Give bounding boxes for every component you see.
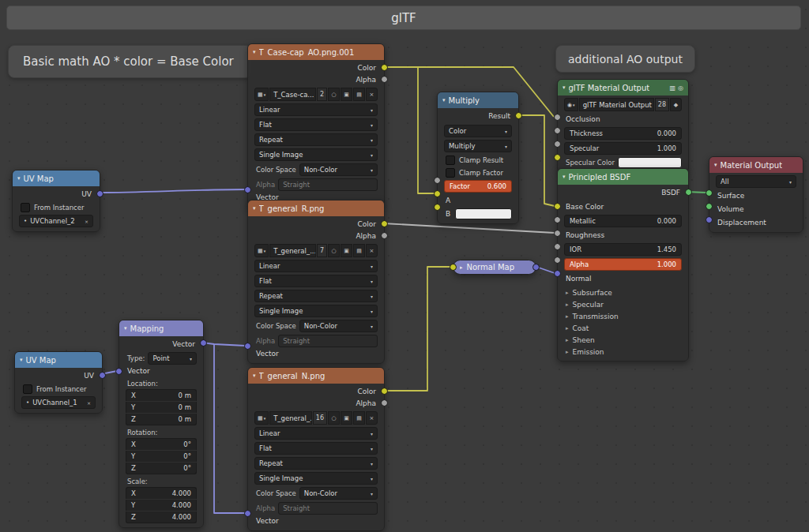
node-header[interactable]: ▾ T_general_N.png xyxy=(248,368,384,384)
node-mapping[interactable]: ▾ Mapping Vector Type: Point▾ Vector Loc… xyxy=(119,320,204,528)
location-y-field[interactable]: Y0 m xyxy=(126,402,197,413)
node-mix-multiply[interactable]: ▾ Multiply Result Color▾ Multiply▾ Clamp… xyxy=(437,92,519,224)
scale-z-field[interactable]: Z4.000 xyxy=(126,511,197,523)
alpha-mode-dropdown[interactable]: Straight xyxy=(278,335,378,347)
base-color-input-socket[interactable] xyxy=(554,203,561,210)
vector-input-socket[interactable] xyxy=(244,510,251,517)
rotation-x-field[interactable]: X0° xyxy=(126,438,197,450)
collapse-chevron-icon[interactable]: ▾ xyxy=(17,175,21,182)
node-uv-map-2[interactable]: ▾ UV Map UV From Instancer •UVChannel_2 … xyxy=(12,170,100,232)
collapse-chevron-icon[interactable]: ▾ xyxy=(253,205,256,212)
scale-x-field[interactable]: X4.000 xyxy=(126,487,197,499)
specular-field[interactable]: Specular 1.000 xyxy=(564,142,682,155)
collapse-chevron-icon[interactable]: ▾ xyxy=(563,174,566,180)
projection-dropdown[interactable]: Flat▾ xyxy=(254,442,378,455)
image-browse-button[interactable]: ▦▾ xyxy=(254,244,269,257)
node-header[interactable]: ▾ Material Output xyxy=(709,157,803,173)
node-normal-map[interactable]: ▸ Normal Map xyxy=(453,260,536,275)
type-dropdown[interactable]: Point▾ xyxy=(148,352,197,365)
metallic-field[interactable]: Metallic 0.000 xyxy=(564,215,682,227)
panel-transmission[interactable]: ▸Transmission xyxy=(566,311,680,321)
close-icon[interactable]: × xyxy=(85,219,88,224)
node-header[interactable]: ▾ T_general_R.png xyxy=(248,200,384,216)
node-principled-bsdf[interactable]: ▾ Principled BSDF BSDF Base Color Metall… xyxy=(557,168,689,362)
vector-input-socket[interactable] xyxy=(244,186,251,193)
collapse-chevron-icon[interactable]: ▾ xyxy=(20,357,23,363)
fake-user-icon[interactable]: ○ xyxy=(328,88,340,101)
uv-channel-dropdown[interactable]: •UVChannel_2 × xyxy=(19,215,93,227)
collapse-chevron-icon[interactable]: ▾ xyxy=(253,373,256,379)
source-dropdown[interactable]: Single Image▾ xyxy=(254,472,378,485)
alpha-output-socket[interactable] xyxy=(381,399,388,406)
thickness-field[interactable]: Thickness 0.000 xyxy=(564,127,682,140)
collapse-chevron-icon[interactable]: ▾ xyxy=(124,325,127,332)
clamp-factor-checkbox[interactable] xyxy=(446,168,455,178)
result-output-socket[interactable] xyxy=(515,112,522,119)
node-header[interactable]: ▾ Multiply xyxy=(438,92,518,108)
collapse-chevron-icon[interactable]: ▾ xyxy=(714,162,717,168)
source-dropdown[interactable]: Single Image▾ xyxy=(254,148,378,161)
image-users-count[interactable]: 7 xyxy=(317,244,327,257)
node-header[interactable]: ▾ UV Map xyxy=(15,352,102,368)
from-instancer-checkbox[interactable] xyxy=(23,384,32,394)
node-header[interactable]: ▾ Mapping xyxy=(119,320,203,336)
source-dropdown[interactable]: Single Image▾ xyxy=(254,305,378,317)
target-dropdown[interactable]: All▾ xyxy=(716,175,796,188)
duplicate-icon[interactable]: ▣ xyxy=(341,88,352,101)
location-x-field[interactable]: X0 m xyxy=(126,389,197,401)
image-users-count[interactable]: 2 xyxy=(317,88,327,101)
node-image-texture-ao[interactable]: ▾ T_Case-cap_AO.png.001 Color Alpha ▦▾ T… xyxy=(247,43,385,208)
from-instancer-checkbox[interactable] xyxy=(21,203,30,212)
node-material-output[interactable]: ▾ Material Output All▾ Surface Volume Di… xyxy=(709,156,803,233)
color-output-socket[interactable] xyxy=(381,388,388,395)
data-type-dropdown[interactable]: Color▾ xyxy=(444,125,512,137)
node-header[interactable]: ▾ Principled BSDF xyxy=(558,169,688,185)
alpha-field[interactable]: Alpha 1.000 xyxy=(564,258,682,271)
image-browse-button[interactable]: ▦▾ xyxy=(254,411,269,425)
open-file-icon[interactable]: ▤ xyxy=(353,244,365,257)
bsdf-output-socket[interactable] xyxy=(685,189,692,196)
vector-input-socket[interactable] xyxy=(244,343,251,350)
blend-mode-dropdown[interactable]: Multiply▾ xyxy=(444,140,512,152)
clamp-result-checkbox[interactable] xyxy=(446,155,455,165)
collapse-chevron-icon[interactable]: ▾ xyxy=(253,49,256,55)
panel-specular[interactable]: ▸Specular xyxy=(566,299,680,309)
rotation-z-field[interactable]: Z0° xyxy=(126,463,197,474)
panel-emission[interactable]: ▸Emission xyxy=(566,347,680,357)
color-input-socket[interactable] xyxy=(450,264,457,271)
thickness-input-socket[interactable] xyxy=(554,127,561,134)
node-header[interactable]: ▾ UV Map xyxy=(13,170,100,186)
vector-output-socket[interactable] xyxy=(200,339,207,347)
displacement-input-socket[interactable] xyxy=(706,216,713,223)
a-input-socket[interactable] xyxy=(434,190,441,197)
occlusion-input-socket[interactable] xyxy=(554,114,561,121)
uv-output-socket[interactable] xyxy=(99,372,106,379)
alpha-mode-dropdown[interactable]: Straight xyxy=(278,502,378,515)
image-name-field[interactable]: T_general_... xyxy=(269,411,312,425)
scale-y-field[interactable]: Y4.000 xyxy=(126,500,197,511)
duplicate-icon[interactable]: ▣ xyxy=(341,411,352,425)
node-uv-map-1[interactable]: ▾ UV Map UV From Instancer •UVChannel_1 … xyxy=(14,351,103,414)
close-icon[interactable]: × xyxy=(87,400,91,406)
roughness-input-socket[interactable] xyxy=(554,230,561,237)
specular-input-socket[interactable] xyxy=(554,140,561,148)
open-file-icon[interactable]: ▤ xyxy=(353,88,365,101)
volume-input-socket[interactable] xyxy=(706,203,713,210)
node-gltf-material-output[interactable]: ▾ glTF Material Output ▥◎ ◉▾ glTF Materi… xyxy=(557,79,689,173)
node-image-texture-n[interactable]: ▾ T_general_N.png Color Alpha ▦▾ T_gener… xyxy=(247,367,385,531)
color-output-socket[interactable] xyxy=(381,220,388,227)
factor-input-socket[interactable] xyxy=(434,177,441,184)
extension-dropdown[interactable]: Repeat▾ xyxy=(254,457,378,470)
duplicate-icon[interactable]: ▣ xyxy=(341,244,352,257)
normal-input-socket[interactable] xyxy=(554,270,561,277)
node-tree-browse-button[interactable]: ◉▾ xyxy=(564,98,578,111)
panel-coat[interactable]: ▸Coat xyxy=(566,323,680,333)
location-z-field[interactable]: Z0 m xyxy=(126,414,197,425)
image-name-field[interactable]: T_Case-ca... xyxy=(269,88,316,101)
collapse-chevron-icon[interactable]: ▸ xyxy=(460,264,463,271)
colorspace-dropdown[interactable]: Non-Color▾ xyxy=(299,163,378,176)
open-file-icon[interactable]: ▤ xyxy=(353,411,365,425)
alpha-output-socket[interactable] xyxy=(381,76,388,83)
node-tree-users-count[interactable]: 28 xyxy=(655,98,669,111)
projection-dropdown[interactable]: Flat▾ xyxy=(254,275,378,287)
